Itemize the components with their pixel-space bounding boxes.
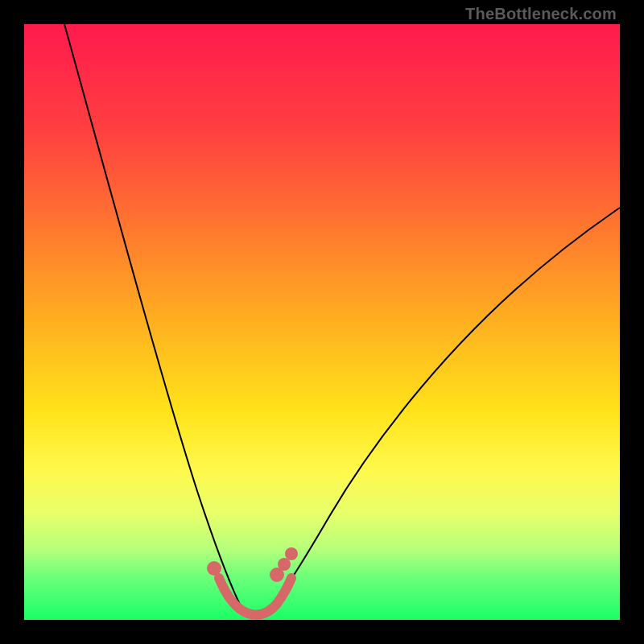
right-curve-line: [266, 208, 620, 616]
marker-dot: [278, 558, 291, 571]
chart-svg: [0, 0, 644, 644]
marker-dot: [285, 547, 298, 560]
left-curve-line: [64, 24, 242, 608]
marker-dot: [207, 561, 221, 576]
chart-frame: TheBottleneck.com: [0, 0, 644, 644]
watermark-text: TheBottleneck.com: [465, 5, 617, 23]
